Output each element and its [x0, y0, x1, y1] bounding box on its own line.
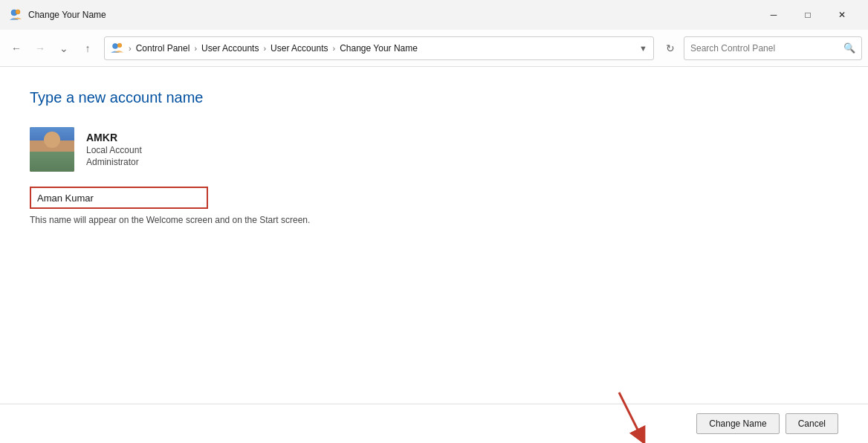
- back-button[interactable]: ←: [6, 38, 27, 59]
- user-name: AMKR: [86, 132, 142, 143]
- avatar-image: [30, 127, 74, 172]
- recent-button[interactable]: ⌄: [54, 38, 74, 59]
- breadcrumb-control-panel[interactable]: Control Panel: [136, 43, 190, 54]
- up-button[interactable]: ↑: [77, 38, 98, 59]
- user-avatar: [30, 127, 74, 172]
- cancel-button[interactable]: Cancel: [786, 413, 838, 434]
- breadcrumb-dropdown-icon[interactable]: ▼: [639, 44, 647, 53]
- name-hint: This name will appear on the Welcome scr…: [30, 215, 838, 225]
- search-input[interactable]: [690, 43, 839, 54]
- action-row: Change Name Cancel: [0, 404, 868, 443]
- search-icon[interactable]: 🔍: [843, 42, 855, 54]
- breadcrumb-user-accounts-2[interactable]: User Accounts: [271, 43, 328, 54]
- svg-point-3: [117, 43, 122, 48]
- new-name-input[interactable]: [30, 187, 208, 209]
- close-button[interactable]: ✕: [825, 3, 859, 27]
- svg-point-2: [113, 43, 118, 48]
- user-info: AMKR Local Account Administrator: [86, 132, 142, 167]
- user-role: Administrator: [86, 157, 142, 167]
- change-name-button[interactable]: Change Name: [696, 413, 779, 434]
- breadcrumb-user-accounts-1[interactable]: User Accounts: [201, 43, 259, 54]
- user-profile-row: AMKR Local Account Administrator: [30, 127, 838, 172]
- svg-point-1: [16, 10, 20, 14]
- breadcrumb-change-name[interactable]: Change Your Name: [340, 43, 418, 54]
- maximize-button[interactable]: □: [791, 3, 825, 27]
- address-icon: [111, 42, 124, 55]
- app-icon: [9, 8, 22, 22]
- page-heading: Type a new account name: [30, 89, 838, 106]
- refresh-button[interactable]: ↻: [660, 38, 681, 59]
- forward-button[interactable]: →: [30, 38, 51, 59]
- window-title: Change Your Name: [28, 10, 106, 20]
- search-bar[interactable]: 🔍: [684, 36, 862, 60]
- minimize-button[interactable]: ─: [757, 3, 791, 27]
- title-bar: Change Your Name ─ □ ✕: [0, 0, 868, 30]
- window-controls: ─ □ ✕: [757, 3, 859, 27]
- address-bar[interactable]: › Control Panel › User Accounts › User A…: [104, 36, 654, 60]
- main-content: Type a new account name AMKR Local Accou…: [0, 67, 868, 404]
- user-account-type: Local Account: [86, 145, 142, 155]
- navigation-bar: ← → ⌄ ↑ › Control Panel › User Accounts …: [0, 30, 868, 67]
